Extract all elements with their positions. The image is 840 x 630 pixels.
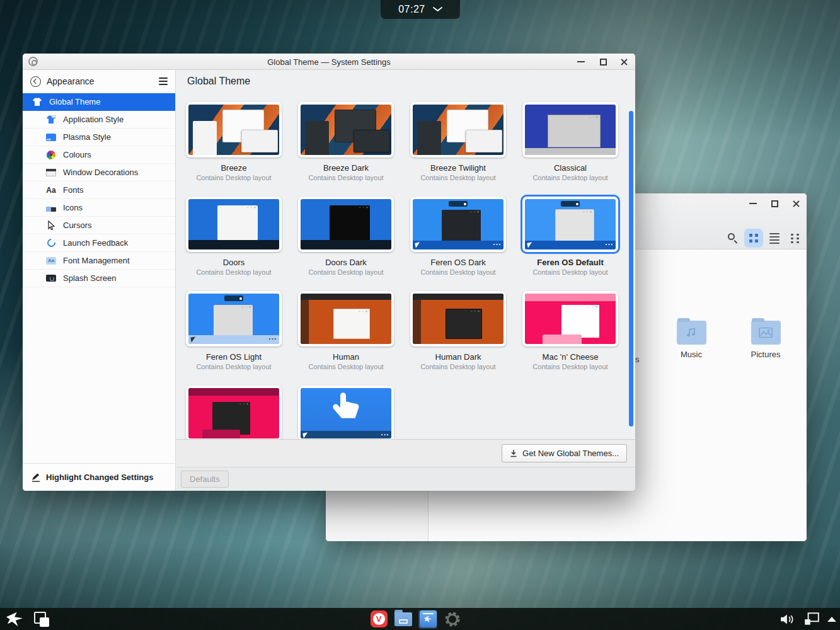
close-button[interactable]: [790, 198, 802, 209]
compact-view-icon: [791, 234, 800, 243]
hamburger-menu-icon[interactable]: [159, 77, 168, 85]
sidebar-item-fonts[interactable]: Aa Fonts: [23, 181, 175, 199]
splash-screen-icon: [45, 273, 57, 283]
theme-card-classical[interactable]: ‒ ▫ × Classical Contains Desktop layout: [520, 102, 621, 181]
theme-thumbnail: ‒ ▫ ×: [522, 197, 618, 252]
sidebar-item-font-management[interactable]: Aa Font Management: [23, 252, 175, 270]
clock-text: 07:27: [398, 4, 425, 15]
list-view-button[interactable]: [765, 229, 784, 248]
theme-card-doors-dark[interactable]: ‒ ▫ × Doors Dark Contains Desktop layout: [296, 197, 396, 276]
theme-subtitle: Contains Desktop layout: [296, 363, 396, 370]
theme-thumbnail: ‒ ▫ ×: [186, 291, 282, 346]
back-icon[interactable]: [30, 76, 41, 87]
feren-store-icon: [420, 610, 437, 627]
defaults-button[interactable]: Defaults: [181, 471, 229, 488]
search-icon[interactable]: [727, 232, 739, 244]
theme-card-mac-n-cheese[interactable]: ‒ ▫ × Mac 'n' Cheese Contains Desktop la…: [520, 291, 621, 370]
application-style-icon: [45, 115, 57, 124]
theme-card-breeze-twilight[interactable]: Breeze Twilight Contains Desktop layout: [408, 102, 509, 181]
theme-thumbnail: ‒ ▫ ×: [522, 291, 618, 346]
window-decorations-icon: [45, 168, 57, 177]
sidebar-item-icons[interactable]: Icons: [23, 199, 175, 217]
folder-pictures[interactable]: Pictures: [737, 321, 795, 359]
icons-icon: [45, 203, 57, 212]
theme-name: Breeze: [183, 163, 284, 173]
theme-card-human-dark[interactable]: ‒ ▫ × Human Dark Contains Desktop layout: [408, 291, 509, 370]
theme-name: Classical: [520, 163, 621, 173]
scrollbar-thumb[interactable]: [629, 111, 633, 427]
system-settings-window[interactable]: Global Theme — System Settings Appearanc…: [23, 54, 635, 491]
theme-name: Mac 'n' Cheese: [520, 352, 621, 362]
minimize-button[interactable]: [575, 56, 587, 67]
theme-name: Doors: [183, 258, 284, 267]
theme-card-human[interactable]: ‒ ▫ × Human Contains Desktop layout: [296, 291, 396, 370]
theme-subtitle: Contains Desktop layout: [183, 174, 284, 181]
maximize-button[interactable]: [597, 56, 609, 67]
sidebar-item-global-theme[interactable]: Global Theme: [23, 93, 175, 111]
grid-view-button[interactable]: [744, 229, 763, 248]
highlight-changed-settings[interactable]: Highlight Changed Settings: [23, 463, 175, 491]
theme-subtitle: Contains Desktop layout: [408, 174, 509, 181]
get-new-global-themes-button[interactable]: Get New Global Themes...: [502, 444, 627, 462]
sidebar-item-plasma-style[interactable]: Plasma Style: [23, 129, 175, 146]
theme-card-feren-os-default[interactable]: ‒ ▫ × Feren OS Default Contains Desktop …: [520, 197, 621, 276]
theme-thumbnail: ‒ ▫ ×: [298, 291, 394, 346]
launch-feedback-icon: [45, 238, 57, 248]
theme-name: Feren OS Dark: [408, 258, 509, 267]
theme-card-feren-os-light[interactable]: ‒ ▫ × Feren OS Light Contains Desktop la…: [183, 291, 284, 370]
taskbar: V: [0, 608, 840, 630]
theme-card-breeze-dark[interactable]: Breeze Dark Contains Desktop layout: [296, 102, 396, 181]
taskbar-store-button[interactable]: [418, 610, 437, 629]
theme-card-partial-2[interactable]: [296, 386, 396, 439]
sidebar-item-cursors[interactable]: Cursors: [23, 217, 175, 234]
sidebar-item-window-decorations[interactable]: Window Decorations: [23, 164, 175, 181]
sidebar-item-splash-screen[interactable]: Splash Screen: [23, 270, 175, 287]
theme-card-breeze[interactable]: Breeze Contains Desktop layout: [183, 102, 284, 181]
sidebar-item-launch-feedback[interactable]: Launch Feedback: [23, 234, 175, 252]
clock-widget[interactable]: 07:27: [381, 0, 460, 19]
theme-grid: Breeze Contains Desktop layout Breeze Da…: [176, 95, 635, 439]
theme-subtitle: Contains Desktop layout: [520, 174, 621, 181]
font-management-icon: Aa: [45, 256, 57, 265]
display-icon[interactable]: [803, 612, 820, 627]
image-icon: [759, 328, 773, 338]
close-button[interactable]: [618, 56, 630, 67]
theme-thumbnail: [186, 102, 282, 158]
music-note-icon: [686, 328, 697, 338]
minimize-button[interactable]: [747, 198, 759, 209]
feren-os-menu-icon[interactable]: [5, 611, 24, 627]
theme-thumbnail: ‒ ▫ ×: [186, 386, 282, 439]
volume-icon[interactable]: [780, 612, 796, 626]
settings-main-panel: Global Theme Breeze Contains Desktop lay…: [176, 70, 635, 491]
theme-name: Doors Dark: [296, 258, 396, 267]
taskbar-files-button[interactable]: [394, 610, 413, 629]
maximize-button[interactable]: [769, 198, 780, 209]
music-folder-icon: [677, 321, 706, 345]
tshirt-icon: [32, 97, 43, 106]
theme-thumbnail: [410, 102, 506, 158]
theme-thumbnail: ‒ ▫ ×: [410, 197, 506, 252]
taskbar-settings-button[interactable]: [443, 610, 462, 629]
partial-folder-label: s: [635, 355, 640, 364]
pen-icon: [32, 473, 40, 482]
taskbar-vivaldi-button[interactable]: V: [369, 610, 388, 629]
compact-view-button[interactable]: [786, 229, 805, 248]
sidebar-header-label: Appearance: [47, 76, 95, 86]
sidebar-item-colours[interactable]: Colours: [23, 146, 175, 164]
fonts-icon: Aa: [45, 185, 57, 195]
theme-card-feren-os-dark[interactable]: ‒ ▫ × Feren OS Dark Contains Desktop lay…: [408, 197, 509, 276]
colour-wheel-icon: [45, 150, 57, 159]
grid-footer: Get New Global Themes...: [176, 439, 635, 467]
tray-expander-icon[interactable]: [827, 617, 836, 622]
pager-icon[interactable]: [34, 612, 49, 627]
window-footer: Defaults: [176, 467, 635, 491]
folder-label: Music: [662, 350, 720, 359]
desktop: 07:27 s: [0, 0, 840, 630]
theme-card-partial-1[interactable]: ‒ ▫ ×: [183, 386, 284, 439]
theme-card-doors[interactable]: ‒ ▫ × Doors Contains Desktop layout: [183, 197, 284, 276]
theme-subtitle: Contains Desktop layout: [520, 268, 621, 276]
sidebar-item-application-style[interactable]: Application Style: [23, 111, 175, 129]
theme-thumbnail: ‒ ▫ ×: [410, 291, 506, 346]
folder-music[interactable]: Music: [662, 321, 720, 359]
plasma-style-icon: [45, 132, 57, 142]
